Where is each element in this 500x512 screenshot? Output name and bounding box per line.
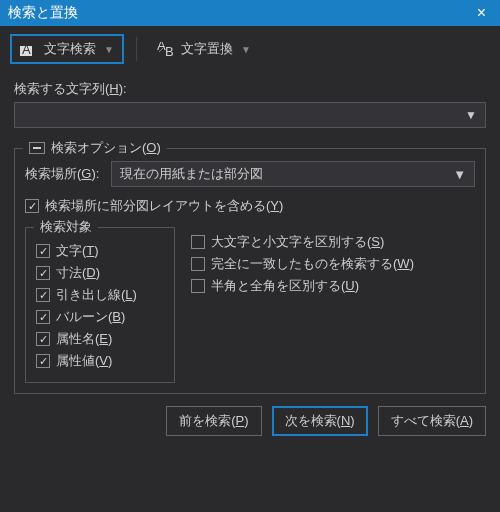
tabs: A 文字検索 ▼ AB 文字置換 ▼: [0, 26, 500, 72]
half-full-checkbox[interactable]: 半角と全角を区別する(U): [191, 277, 475, 295]
checkbox-icon: [36, 266, 50, 280]
location-row: 検索場所(G): 現在の用紙または部分図 ▼: [25, 161, 475, 187]
target-frame: 検索対象 文字(T) 寸法(D) 引き出し線(L) バルーン(B) 属性名(E)…: [25, 227, 175, 383]
next-button[interactable]: 次を検索(N): [272, 406, 368, 436]
window-title: 検索と置換: [8, 4, 78, 22]
prev-button[interactable]: 前を検索(P): [166, 406, 261, 436]
include-layout-label: 検索場所に部分図レイアウトを含める(Y): [45, 197, 283, 215]
target-balloon-checkbox[interactable]: バルーン(B): [36, 308, 164, 326]
target-attrname-checkbox[interactable]: 属性名(E): [36, 330, 164, 348]
checkbox-icon: [36, 244, 50, 258]
options-frame: 検索オプション(O) 検索場所(G): 現在の用紙または部分図 ▼ 検索場所に部…: [14, 148, 486, 394]
replace-text-icon: AB: [157, 42, 175, 56]
chevron-down-icon: ▼: [241, 44, 251, 55]
checkbox-icon: [191, 235, 205, 249]
location-value: 現在の用紙または部分図: [120, 165, 263, 183]
collapse-icon[interactable]: [29, 142, 45, 154]
tab-divider: [136, 37, 137, 61]
close-icon[interactable]: ×: [471, 4, 492, 22]
match-options: 大文字と小文字を区別する(S) 完全に一致したものを検索する(W) 半角と全角を…: [191, 219, 475, 299]
target-text-checkbox[interactable]: 文字(T): [36, 242, 164, 260]
checkbox-icon: [36, 288, 50, 302]
search-string-section: 検索する文字列(H): ▼: [0, 72, 500, 132]
tab-replace[interactable]: AB 文字置換 ▼: [149, 36, 259, 62]
svg-text:B: B: [165, 44, 174, 56]
match-case-checkbox[interactable]: 大文字と小文字を区別する(S): [191, 233, 475, 251]
include-layout-checkbox[interactable]: 検索場所に部分図レイアウトを含める(Y): [25, 197, 475, 215]
search-text-icon: A: [20, 42, 38, 56]
options-legend: 検索オプション(O): [23, 139, 167, 157]
location-label: 検索場所(G):: [25, 165, 99, 183]
all-button[interactable]: すべて検索(A): [378, 406, 486, 436]
target-leader-checkbox[interactable]: 引き出し線(L): [36, 286, 164, 304]
checkbox-icon: [191, 257, 205, 271]
tab-replace-label: 文字置換: [181, 40, 233, 58]
target-attrval-checkbox[interactable]: 属性値(V): [36, 352, 164, 370]
chevron-down-icon: ▼: [104, 44, 114, 55]
chevron-down-icon: ▼: [453, 167, 466, 182]
tab-search[interactable]: A 文字検索 ▼: [10, 34, 124, 64]
search-string-label: 検索する文字列(H):: [14, 80, 486, 98]
chevron-down-icon: ▼: [465, 108, 477, 122]
titlebar: 検索と置換 ×: [0, 0, 500, 26]
location-select[interactable]: 現在の用紙または部分図 ▼: [111, 161, 475, 187]
button-row: 前を検索(P) 次を検索(N) すべて検索(A): [0, 402, 500, 436]
checkbox-icon: [36, 332, 50, 346]
svg-text:A: A: [22, 42, 31, 56]
checkbox-icon: [191, 279, 205, 293]
checkbox-icon: [36, 310, 50, 324]
checkbox-icon: [36, 354, 50, 368]
tab-search-label: 文字検索: [44, 40, 96, 58]
target-legend: 検索対象: [34, 218, 98, 236]
search-string-input[interactable]: ▼: [14, 102, 486, 128]
checkbox-icon: [25, 199, 39, 213]
target-dim-checkbox[interactable]: 寸法(D): [36, 264, 164, 282]
whole-match-checkbox[interactable]: 完全に一致したものを検索する(W): [191, 255, 475, 273]
